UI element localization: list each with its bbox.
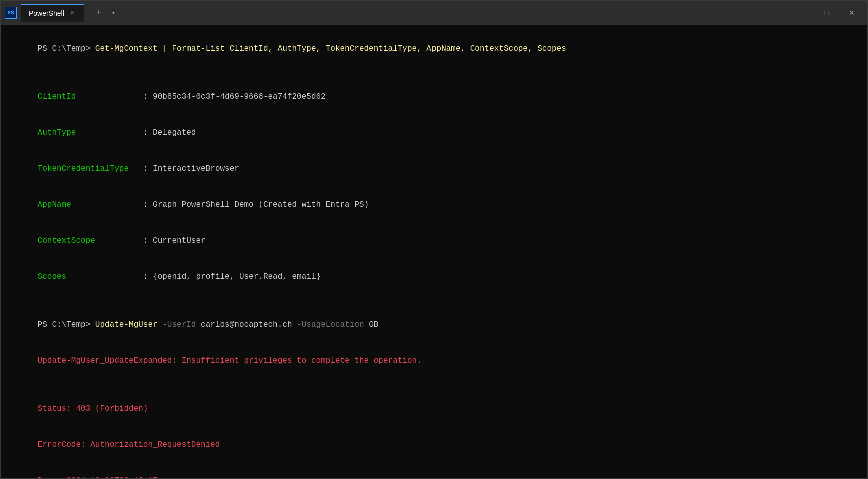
tab-title: PowerShell: [29, 9, 64, 17]
val-userid: carlos@nocaptech.ch: [201, 320, 292, 329]
status-text: Status: 403 (Forbidden): [38, 404, 148, 413]
terminal-body[interactable]: PS C:\Temp> Get-MgContext | Format-List …: [1, 25, 867, 478]
error-text-1: Update-MgUser_UpdateExpanded: Insufficie…: [38, 356, 422, 365]
tab-dropdown-button[interactable]: ▾: [110, 7, 117, 19]
tokencred-key: TokenCredentialType: [38, 164, 139, 173]
powershell-window: PS PowerShell × + ▾ ─ □ ✕ PS C:\Temp> Ge…: [0, 0, 868, 479]
cmd-1: Get-MgContext | Format-List ClientId, Au…: [95, 44, 566, 53]
contextscope-val: : CurrentUser: [138, 236, 205, 245]
command-line-1: PS C:\Temp> Get-MgContext | Format-List …: [9, 31, 859, 67]
output-tokencred: TokenCredentialType : InteractiveBrowser: [9, 151, 859, 187]
scopes-val: : {openid, profile, User.Read, email}: [138, 272, 321, 281]
blank-line-1: [9, 67, 859, 79]
powershell-icon: PS: [5, 7, 17, 19]
close-button[interactable]: ✕: [840, 5, 863, 21]
prompt-2: PS C:\Temp>: [38, 320, 95, 329]
output-authtype: AuthType : Delegated: [9, 115, 859, 151]
titlebar: PS PowerShell × + ▾ ─ □ ✕: [1, 1, 867, 25]
param-userid: -UserId: [158, 320, 201, 329]
output-clientid: ClientId : 90b85c34-0c3f-4d69-9668-ea74f…: [9, 79, 859, 115]
maximize-button[interactable]: □: [815, 5, 838, 21]
cmd-2: Update-MgUser: [95, 320, 158, 329]
error-date: Date: 2024-10-09T08:13:17: [9, 463, 859, 478]
prompt-1: PS C:\Temp>: [38, 44, 95, 53]
date-text: Date: 2024-10-09T08:13:17: [38, 476, 158, 478]
val-usagelocation: GB: [369, 320, 378, 329]
tab-close-button[interactable]: ×: [68, 9, 76, 17]
appname-key: AppName: [38, 200, 139, 209]
tab-powershell[interactable]: PowerShell ×: [21, 4, 84, 22]
output-scopes: Scopes : {openid, profile, User.Read, em…: [9, 259, 859, 295]
authtype-val: : Delegated: [138, 128, 196, 137]
new-tab-button[interactable]: +: [92, 6, 106, 20]
error-status: Status: 403 (Forbidden): [9, 391, 859, 427]
authtype-key: AuthType: [38, 128, 139, 137]
error-line-1: Update-MgUser_UpdateExpanded: Insufficie…: [9, 343, 859, 379]
titlebar-left: PS PowerShell × + ▾: [5, 4, 117, 22]
output-contextscope: ContextScope : CurrentUser: [9, 223, 859, 259]
scopes-key: Scopes: [38, 272, 139, 281]
minimize-button[interactable]: ─: [790, 5, 813, 21]
blank-line-2: [9, 295, 859, 307]
error-errorcode: ErrorCode: Authorization_RequestDenied: [9, 427, 859, 463]
contextscope-key: ContextScope: [38, 236, 139, 245]
tokencred-val: : InteractiveBrowser: [138, 164, 239, 173]
command-line-2: PS C:\Temp> Update-MgUser -UserId carlos…: [9, 307, 859, 343]
param-usagelocation: -UsageLocation: [292, 320, 369, 329]
output-appname: AppName : Graph PowerShell Demo (Created…: [9, 187, 859, 223]
clientid-key: ClientId: [38, 92, 139, 101]
appname-val: : Graph PowerShell Demo (Created with En…: [138, 200, 369, 209]
blank-line-3: [9, 379, 859, 391]
clientid-val: : 90b85c34-0c3f-4d69-9668-ea74f20e5d62: [138, 92, 325, 101]
window-controls: ─ □ ✕: [790, 5, 863, 21]
errorcode-text: ErrorCode: Authorization_RequestDenied: [38, 440, 220, 449]
